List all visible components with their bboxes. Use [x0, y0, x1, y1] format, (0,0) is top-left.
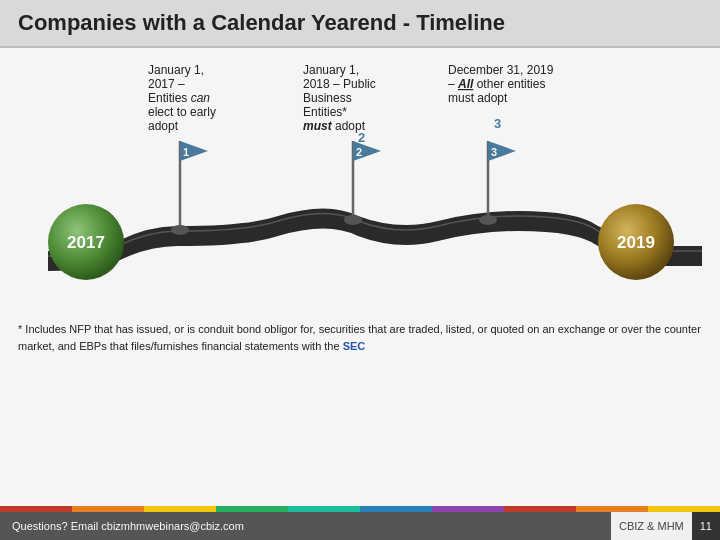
svg-text:Entities*: Entities* — [303, 105, 347, 119]
svg-point-22 — [479, 215, 497, 225]
svg-point-14 — [171, 225, 189, 235]
svg-text:elect to early: elect to early — [148, 105, 216, 119]
footer-note-text: * Includes NFP that has issued, or is co… — [18, 323, 701, 352]
svg-text:– All other entities: – All other entities — [448, 77, 545, 91]
svg-text:January 1,: January 1, — [148, 63, 204, 77]
page-title: Companies with a Calendar Yearend - Time… — [18, 10, 702, 36]
svg-text:Entities can: Entities can — [148, 91, 210, 105]
svg-text:2017 –: 2017 – — [148, 77, 185, 91]
svg-text:December 31, 2019: December 31, 2019 — [448, 63, 554, 77]
page-container: Companies with a Calendar Yearend - Time… — [0, 0, 720, 540]
footer-note: * Includes NFP that has issued, or is co… — [0, 315, 720, 360]
branding-text: CBIZ & MHM — [619, 520, 684, 532]
slide-number: 11 — [700, 520, 712, 532]
header: Companies with a Calendar Yearend - Time… — [0, 0, 720, 48]
footer-highlight: SEC — [343, 340, 366, 352]
svg-text:1: 1 — [183, 146, 189, 158]
svg-text:must adopt: must adopt — [303, 119, 366, 133]
svg-text:2: 2 — [358, 130, 365, 145]
slide-number-bar: 11 — [692, 512, 720, 540]
svg-text:January 1,: January 1, — [303, 63, 359, 77]
contact-text: Questions? Email cbizmhmwebinars@cbiz.co… — [12, 520, 244, 532]
svg-text:2017: 2017 — [67, 233, 105, 252]
svg-point-18 — [344, 215, 362, 225]
svg-text:must adopt: must adopt — [448, 91, 508, 105]
svg-text:3: 3 — [494, 116, 501, 131]
bottom-bar: Questions? Email cbizmhmwebinars@cbiz.co… — [0, 512, 720, 540]
main-content: January 1, 2017 – Entities can elect to … — [0, 48, 720, 310]
contact-bar: Questions? Email cbizmhmwebinars@cbiz.co… — [0, 512, 611, 540]
svg-text:2: 2 — [356, 146, 362, 158]
svg-text:Business: Business — [303, 91, 352, 105]
svg-text:2018 – Public: 2018 – Public — [303, 77, 376, 91]
svg-text:adopt: adopt — [148, 119, 179, 133]
svg-text:3: 3 — [491, 146, 497, 158]
timeline-svg: January 1, 2017 – Entities can elect to … — [18, 56, 702, 306]
branding-bar: CBIZ & MHM — [611, 512, 692, 540]
svg-text:2019: 2019 — [617, 233, 655, 252]
